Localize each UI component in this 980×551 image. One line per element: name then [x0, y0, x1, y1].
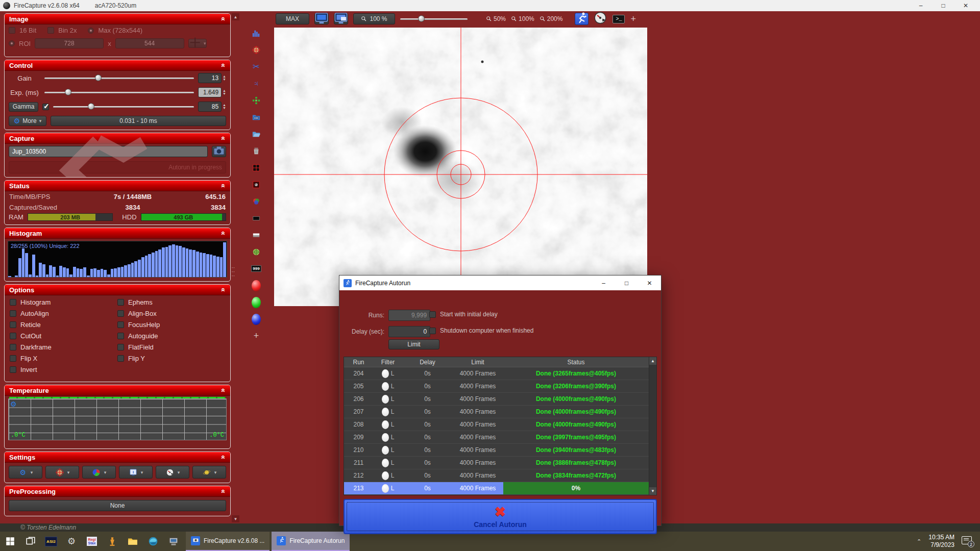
table-row[interactable]: 212 L 0s 4000 Frames Done (3834frames@47…	[344, 469, 649, 482]
max-zoom-button[interactable]: MAX	[276, 13, 309, 24]
dialog-minimize-button[interactable]: –	[592, 276, 615, 290]
add-toolbar-icon[interactable]: +	[630, 14, 636, 24]
dialog-close-button[interactable]: ✕	[638, 276, 661, 290]
capture-settings-button[interactable]	[212, 146, 226, 157]
minimize-button[interactable]: –	[910, 0, 932, 11]
side-tool-item[interactable]	[252, 227, 261, 243]
option-checkbox[interactable]	[117, 310, 124, 317]
tool-icon[interactable]	[252, 315, 261, 324]
gamma-spinner[interactable]: 85▲▼	[198, 102, 226, 112]
table-row[interactable]: 205 L 0s 4000 Frames Done (3206frames@39…	[344, 380, 649, 393]
tool-icon[interactable]	[252, 214, 261, 223]
fullscreen-button[interactable]	[314, 13, 329, 24]
maximize-button[interactable]: □	[932, 0, 954, 11]
zoom-200-button[interactable]: 200%	[540, 15, 563, 22]
table-row[interactable]: 213 L 0s 4000 Frames 0%	[344, 482, 649, 495]
collapse-icon[interactable]: «	[221, 288, 226, 292]
side-tool-item[interactable]	[252, 243, 261, 260]
taskbar-app-icon[interactable]: ⚙	[61, 532, 82, 551]
gain-slider[interactable]	[44, 74, 194, 82]
initial-delay-checkbox[interactable]	[429, 311, 436, 318]
gain-spinner[interactable]: 13▲▼	[198, 73, 226, 83]
taskbar-app-icon[interactable]	[102, 532, 122, 551]
taskbar-firecapture-autorun[interactable]: FireCapture Autorun	[272, 532, 350, 551]
gamma-slider[interactable]	[53, 103, 194, 110]
option-checkbox-item[interactable]: Darkframe	[10, 343, 117, 351]
option-checkbox-item[interactable]: Align-Box	[117, 310, 225, 317]
limit-button[interactable]: Limit	[388, 339, 439, 349]
option-checkbox-item[interactable]: Invert	[10, 366, 117, 373]
option-checkbox[interactable]	[117, 299, 124, 306]
table-row[interactable]: 210 L 0s 4000 Frames Done (3940frames@48…	[344, 444, 649, 457]
option-checkbox-item[interactable]: AutoAlign	[10, 310, 117, 317]
tool-icon[interactable]: +	[252, 332, 261, 341]
taskbar-firecapture-main[interactable]: FireCapture v2.6.08 ...	[186, 532, 270, 551]
roi-radio[interactable]	[9, 40, 15, 46]
roi-height-field[interactable]: 544	[115, 38, 184, 48]
side-tool-item[interactable]	[252, 92, 261, 109]
bin2x-checkbox[interactable]	[47, 27, 54, 34]
collapse-icon[interactable]: «	[221, 184, 226, 188]
taskbar-app-icon[interactable]: RegiStax	[82, 532, 102, 551]
panel-scrollbar[interactable]: ▲ ▼ ⋮⋮⋮	[232, 13, 239, 522]
tool-icon[interactable]	[252, 197, 261, 206]
zoom-100-button[interactable]: 100%	[511, 15, 534, 22]
side-tool-item[interactable]	[252, 311, 261, 328]
tool-icon[interactable]	[252, 130, 261, 139]
option-checkbox-item[interactable]: FocusHelp	[117, 321, 225, 329]
roi-width-field[interactable]: 728	[35, 38, 104, 48]
option-checkbox[interactable]	[10, 344, 16, 350]
shutdown-option[interactable]: Shutdown computer when finished	[429, 327, 533, 334]
gamma-value[interactable]: 85	[198, 102, 222, 112]
taskbar-clock[interactable]: 10:35 AM 7/9/2023	[928, 534, 954, 549]
collapse-icon[interactable]: «	[221, 17, 226, 21]
autorun-button[interactable]	[575, 13, 589, 25]
delay-spinner[interactable]: 0 ▲▼	[388, 326, 435, 337]
settings-split-button[interactable]: ▾	[82, 466, 116, 479]
tool-icon[interactable]	[252, 96, 261, 105]
option-checkbox[interactable]	[117, 321, 124, 328]
collapse-icon[interactable]: «	[221, 231, 226, 235]
bit16-checkbox[interactable]	[9, 27, 15, 34]
table-scrollbar[interactable]: ▲ ▼	[649, 357, 656, 495]
table-row[interactable]: 204 L 0s 4000 Frames Done (3265frames@40…	[344, 367, 649, 380]
zoom-level-button[interactable]: 100 %	[353, 13, 395, 24]
settings-split-button[interactable]: ▾	[45, 466, 79, 479]
option-checkbox[interactable]	[10, 321, 16, 328]
side-tool-item[interactable]	[252, 277, 261, 294]
exposure-value[interactable]: 1.649	[198, 87, 222, 97]
scroll-down-icon[interactable]: ▼	[232, 515, 239, 522]
side-tool-item[interactable]	[252, 41, 261, 58]
side-tool-item[interactable]	[252, 142, 261, 159]
scroll-up-icon[interactable]: ▲	[649, 357, 656, 365]
table-row[interactable]: 209 L 0s 4000 Frames Done (3997frames@49…	[344, 431, 649, 444]
side-tool-item[interactable]	[252, 193, 261, 210]
taskbar-app-icon[interactable]	[143, 532, 163, 551]
tool-icon[interactable]: ♃	[252, 79, 261, 88]
drag-grip-icon[interactable]: ⋮⋮⋮	[230, 265, 235, 278]
tool-icon[interactable]: ✂	[252, 62, 261, 71]
option-checkbox[interactable]	[10, 366, 16, 373]
side-tool-item[interactable]	[252, 126, 261, 142]
option-checkbox[interactable]	[10, 299, 16, 306]
tray-expand-icon[interactable]: ⌃	[917, 538, 921, 545]
taskbar-app-icon[interactable]	[122, 532, 143, 551]
exposure-slider[interactable]	[44, 89, 194, 96]
gamma-button[interactable]: Gamma	[9, 102, 38, 112]
more-button[interactable]: ⚙More▾	[9, 116, 46, 126]
tool-icon[interactable]	[252, 163, 261, 172]
side-tool-item[interactable]: +	[252, 328, 261, 344]
option-checkbox-item[interactable]: CutOut	[10, 332, 117, 340]
option-checkbox-item[interactable]: Histogram	[10, 298, 117, 306]
side-tool-item[interactable]	[252, 109, 261, 126]
timer-button[interactable]	[594, 13, 607, 25]
scroll-down-icon[interactable]: ▼	[649, 487, 656, 495]
settings-split-button[interactable]: ▾	[192, 466, 226, 479]
side-tool-item[interactable]	[252, 210, 261, 227]
scroll-up-icon[interactable]: ▲	[232, 13, 239, 20]
option-checkbox[interactable]	[10, 355, 16, 362]
zoom-slider[interactable]	[400, 15, 468, 22]
settings-split-button[interactable]: ▾	[156, 466, 189, 479]
side-tool-item[interactable]: 999	[252, 260, 261, 277]
max-radio[interactable]	[88, 28, 94, 34]
